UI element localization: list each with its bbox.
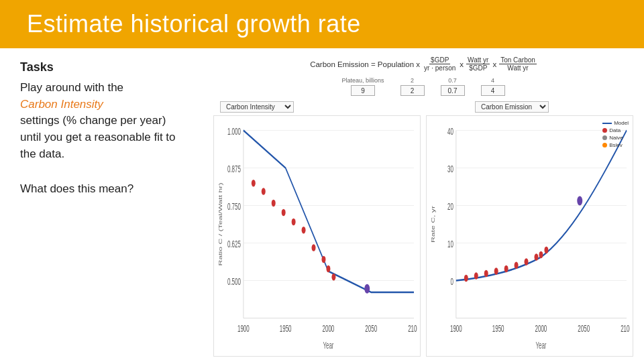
param-row: Plateau, billions 2 0.7 4 — [213, 77, 633, 96]
svg-point-25 — [312, 244, 316, 251]
task-text-pre: Play around with the — [20, 81, 123, 94]
header-bar: Estimate historical growth rate — [0, 0, 644, 48]
svg-point-54 — [515, 262, 519, 269]
svg-point-57 — [539, 251, 543, 259]
svg-text:1950: 1950 — [280, 324, 292, 334]
svg-point-49 — [464, 275, 468, 282]
svg-point-53 — [504, 265, 508, 273]
svg-text:2100: 2100 — [621, 324, 630, 334]
param-rate1: 2 — [400, 77, 425, 96]
svg-text:1900: 1900 — [237, 324, 250, 334]
right-chart-wrapper: 40 30 20 10 0 1900 1950 2000 2050 2100 Y… — [426, 115, 633, 357]
rate2-label: 0.7 — [448, 77, 457, 84]
svg-point-21 — [272, 200, 276, 207]
left-chart-dropdown[interactable]: Carbon Intensity — [220, 101, 294, 113]
svg-text:Year: Year — [535, 341, 546, 351]
svg-text:1950: 1950 — [492, 324, 504, 334]
page-title: Estimate historical growth rate — [27, 10, 361, 38]
formula-frac1-den: yr · person — [423, 64, 457, 72]
svg-point-51 — [484, 270, 488, 278]
param-rate3: 4 — [481, 77, 505, 96]
legend-data: Data — [602, 127, 629, 133]
right-chart-container: 40 30 20 10 0 1900 1950 2000 2050 2100 Y… — [426, 115, 633, 357]
svg-point-50 — [474, 272, 478, 280]
charts-area: 1.000 0.875 0.750 0.625 0.500 1900 1950 … — [213, 115, 633, 357]
rate1-label: 2 — [411, 77, 414, 84]
left-chart-container: 1.000 0.875 0.750 0.625 0.500 1900 1950 … — [213, 115, 421, 357]
formula-text1: Carbon Emission = Population x — [310, 60, 420, 68]
svg-point-19 — [252, 180, 256, 187]
svg-text:30: 30 — [447, 164, 453, 174]
right-panel: Carbon Emission = Population x $GDP yr ·… — [208, 48, 644, 362]
svg-point-28 — [331, 274, 335, 281]
svg-text:1900: 1900 — [450, 324, 462, 334]
svg-text:2050: 2050 — [578, 324, 590, 334]
svg-text:Ratio C / (Teal/Watt hr): Ratio C / (Teal/Watt hr) — [218, 183, 223, 266]
svg-text:10: 10 — [447, 239, 453, 249]
svg-text:20: 20 — [447, 202, 453, 212]
left-chart-svg: 1.000 0.875 0.750 0.625 0.500 1900 1950 … — [217, 119, 417, 353]
rate1-input[interactable] — [400, 85, 425, 96]
formula-frac2-den: $GDP — [468, 64, 488, 72]
formula-frac1-num: $GDP — [429, 56, 450, 64]
rate3-label: 4 — [491, 77, 494, 84]
legend-bslev: Bslev — [602, 142, 629, 148]
formula-frac2-num: Watt yr — [466, 56, 490, 64]
task-text-post: settings (% change per year) until you g… — [20, 114, 176, 160]
svg-text:40: 40 — [447, 127, 453, 137]
svg-point-26 — [321, 256, 325, 263]
formula-frac3-num: Ton Carbon — [499, 56, 537, 64]
svg-text:1.000: 1.000 — [227, 127, 241, 137]
formula-frac1: $GDP yr · person — [423, 56, 457, 72]
tasks-label: Tasks — [20, 60, 188, 74]
task-text-bottom: What does this mean? — [20, 181, 188, 198]
legend-model: Model — [602, 120, 629, 126]
dropdown-row: Carbon Intensity Carbon Emission — [213, 101, 633, 113]
svg-text:0.875: 0.875 — [227, 164, 241, 174]
left-panel: Tasks Play around with the Carbon Intens… — [0, 48, 208, 362]
formula-frac2: Watt yr $GDP — [466, 56, 490, 72]
formula-text2: x — [460, 60, 464, 68]
rate3-input[interactable] — [481, 85, 505, 96]
svg-point-29 — [364, 284, 370, 294]
plateau-input[interactable] — [351, 85, 375, 96]
formula-frac3-den: Watt yr — [506, 64, 529, 72]
svg-text:0.750: 0.750 — [227, 202, 241, 212]
svg-point-55 — [525, 258, 529, 265]
plateau-label: Plateau, billions — [341, 77, 384, 84]
svg-text:0: 0 — [450, 277, 453, 287]
svg-text:0.500: 0.500 — [227, 277, 241, 287]
carbon-intensity-highlight: Carbon Intensity — [20, 98, 103, 111]
left-chart-wrapper: 1.000 0.875 0.750 0.625 0.500 1900 1950 … — [213, 115, 421, 357]
svg-point-58 — [544, 247, 548, 254]
right-chart-legend: Model Data Naive Bslev — [602, 120, 629, 148]
svg-point-56 — [534, 253, 538, 261]
main-content: Tasks Play around with the Carbon Intens… — [0, 48, 644, 362]
svg-point-20 — [262, 188, 266, 195]
param-plateau: Plateau, billions — [341, 77, 384, 96]
svg-text:2000: 2000 — [535, 324, 547, 334]
svg-point-52 — [494, 267, 498, 275]
legend-naive: Naive — [602, 135, 629, 141]
right-chart-dropdown[interactable]: Carbon Emission — [475, 101, 549, 113]
svg-point-27 — [326, 265, 330, 273]
svg-text:Rate C, yr: Rate C, yr — [431, 205, 436, 243]
formula-text3: x — [492, 60, 496, 68]
svg-text:Year: Year — [323, 341, 333, 351]
svg-point-59 — [577, 196, 582, 206]
svg-text:2000: 2000 — [323, 324, 335, 334]
svg-text:2100: 2100 — [408, 324, 417, 334]
param-rate2: 0.7 — [441, 77, 465, 96]
svg-point-23 — [292, 219, 296, 226]
task-description: Play around with the Carbon Intensity se… — [20, 80, 188, 162]
right-chart-svg: 40 30 20 10 0 1900 1950 2000 2050 2100 Y… — [429, 119, 630, 353]
formula-bar: Carbon Emission = Population x $GDP yr ·… — [213, 56, 633, 72]
svg-point-22 — [282, 209, 286, 217]
svg-text:2050: 2050 — [365, 324, 377, 334]
formula-frac3: Ton Carbon Watt yr — [499, 56, 537, 72]
svg-text:0.625: 0.625 — [227, 239, 241, 249]
svg-point-24 — [302, 227, 306, 234]
rate2-input[interactable] — [441, 85, 465, 96]
